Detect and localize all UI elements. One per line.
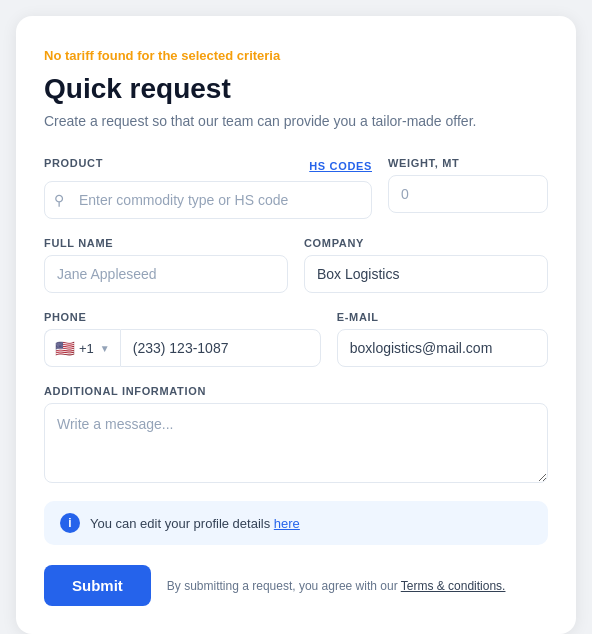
additional-row: ADDITIONAL INFORMATION <box>44 385 548 483</box>
footer-row: Submit By submitting a request, you agre… <box>44 565 548 606</box>
phone-group: PHONE 🇺🇸 +1 ▼ <box>44 311 321 367</box>
email-input[interactable] <box>337 329 548 367</box>
additional-group: ADDITIONAL INFORMATION <box>44 385 548 483</box>
quick-request-card: No tariff found for the selected criteri… <box>16 16 576 634</box>
phone-dial-code: +1 <box>79 341 94 356</box>
chevron-down-icon: ▼ <box>100 343 110 354</box>
terms-link[interactable]: Terms & conditions. <box>401 579 506 593</box>
info-icon: i <box>60 513 80 533</box>
submit-button[interactable]: Submit <box>44 565 151 606</box>
company-input[interactable] <box>304 255 548 293</box>
name-company-row: FULL NAME COMPANY <box>44 237 548 293</box>
additional-textarea[interactable] <box>44 403 548 483</box>
email-group: E-MAIL <box>337 311 548 367</box>
company-label: COMPANY <box>304 237 548 249</box>
product-group: PRODUCT HS CODES ⚲ <box>44 157 372 219</box>
phone-label: PHONE <box>44 311 321 323</box>
phone-row: 🇺🇸 +1 ▼ <box>44 329 321 367</box>
phone-country-selector[interactable]: 🇺🇸 +1 ▼ <box>44 329 120 367</box>
weight-input[interactable] <box>388 175 548 213</box>
weight-label: WEIGHT, MT <box>388 157 548 169</box>
terms-text: By submitting a request, you agree with … <box>167 577 506 595</box>
error-message: No tariff found for the selected criteri… <box>44 48 548 63</box>
product-input-wrapper: ⚲ <box>44 181 372 219</box>
info-banner: i You can edit your profile details here <box>44 501 548 545</box>
fullname-label: FULL NAME <box>44 237 288 249</box>
fullname-group: FULL NAME <box>44 237 288 293</box>
product-input[interactable] <box>44 181 372 219</box>
hs-codes-link[interactable]: HS CODES <box>309 160 372 172</box>
page-subtitle: Create a request so that our team can pr… <box>44 113 548 129</box>
flag-icon: 🇺🇸 <box>55 339 75 358</box>
page-title: Quick request <box>44 73 548 105</box>
phone-email-row: PHONE 🇺🇸 +1 ▼ E-MAIL <box>44 311 548 367</box>
product-label: PRODUCT <box>44 157 103 169</box>
profile-edit-link[interactable]: here <box>274 516 300 531</box>
fullname-input[interactable] <box>44 255 288 293</box>
company-group: COMPANY <box>304 237 548 293</box>
info-text: You can edit your profile details here <box>90 516 300 531</box>
product-weight-row: PRODUCT HS CODES ⚲ WEIGHT, MT <box>44 157 548 219</box>
additional-label: ADDITIONAL INFORMATION <box>44 385 548 397</box>
email-label: E-MAIL <box>337 311 548 323</box>
phone-input[interactable] <box>120 329 321 367</box>
weight-group: WEIGHT, MT <box>388 157 548 219</box>
